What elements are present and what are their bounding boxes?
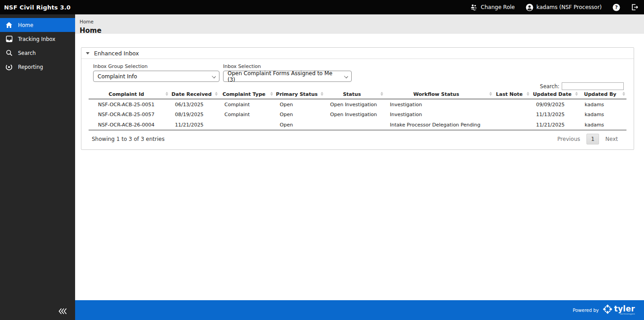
next-button[interactable]: Next <box>604 134 619 144</box>
cell-date-received: 08/19/2025 <box>170 109 219 120</box>
sort-icon <box>575 92 578 96</box>
previous-button[interactable]: Previous <box>556 134 581 144</box>
cell-status <box>325 120 385 130</box>
enhanced-inbox-panel: Enhanced Inbox Inbox Group Selection Com… <box>81 47 634 150</box>
change-role-label: Change Role <box>481 4 515 10</box>
cell-last-note <box>493 120 531 130</box>
sidebar: Home Tracking Inbox Search <box>0 14 75 320</box>
sort-icon <box>380 92 383 96</box>
col-complaint-type[interactable]: Complaint Type <box>219 91 274 99</box>
inbox-icon <box>0 36 18 42</box>
sort-icon <box>215 92 218 96</box>
col-last-note[interactable]: Last Note <box>493 91 531 99</box>
col-status[interactable]: Status <box>325 91 385 99</box>
caret-down-icon <box>86 52 89 54</box>
svg-text:?: ? <box>615 5 617 10</box>
breadcrumb-band: Home Home <box>75 14 644 34</box>
main-area: Home Home Enhanced Inbox Inbox Group Sel… <box>75 14 644 320</box>
cell-updated-by: kadams <box>579 120 626 130</box>
sort-icon <box>270 92 273 96</box>
sidebar-item-home[interactable]: Home <box>0 18 75 32</box>
cell-date-received: 11/21/2025 <box>170 120 219 130</box>
col-updated-by[interactable]: Updated By <box>579 91 626 99</box>
col-updated-date[interactable]: Updated Date <box>531 91 579 99</box>
cell-complaint-type: Complaint <box>219 99 274 109</box>
table-search-input[interactable] <box>562 82 624 90</box>
pagination: Previous 1 Next <box>556 134 626 144</box>
powered-by-label: Powered by <box>573 308 599 313</box>
cell-updated-date: 11/21/2025 <box>531 120 579 130</box>
cell-date-received: 06/13/2025 <box>170 99 219 109</box>
user-menu[interactable]: kadams (NSF Processor) <box>526 4 602 11</box>
cell-complaint-type <box>219 120 274 130</box>
col-workflow-status[interactable]: Workflow Status <box>385 91 493 99</box>
table-header-row: Complaint Id Date Received Complaint Typ… <box>89 91 626 99</box>
chevron-down-icon <box>212 74 216 78</box>
sidebar-collapse-button[interactable] <box>57 306 69 318</box>
cell-updated-date: 11/13/2025 <box>531 109 579 120</box>
home-icon <box>0 22 18 28</box>
panel-title: Enhanced Inbox <box>94 50 139 57</box>
tyler-brand-sub: technologies <box>620 313 635 315</box>
logout-icon <box>631 4 639 11</box>
search-label: Search: <box>540 83 559 90</box>
reporting-icon <box>0 63 18 71</box>
sidebar-item-label: Reporting <box>18 64 43 70</box>
entries-summary: Showing 1 to 3 of 3 entries <box>92 136 165 142</box>
cell-complaint-id: NSF-OCR-ACB-25-0051 <box>89 99 170 109</box>
cell-primary-status: Open <box>274 109 325 120</box>
cell-complaint-id: NSF-OCR-ACB-26-0004 <box>89 120 170 130</box>
sidebar-item-search[interactable]: Search <box>0 46 75 60</box>
cell-complaint-id: NSF-OCR-ACB-25-0057 <box>89 109 170 120</box>
inbox-group-select[interactable]: Complaint Info <box>93 71 219 82</box>
cell-updated-by: kadams <box>579 99 626 109</box>
cell-workflow-status: Intake Processor Delegation Pending <box>385 120 493 130</box>
sort-icon <box>321 92 323 96</box>
cell-workflow-status: Investigation <box>385 99 493 109</box>
sidebar-item-label: Search <box>18 50 36 56</box>
col-primary-status[interactable]: Primary Status <box>274 91 325 99</box>
tyler-brand-name: tyler <box>614 305 635 313</box>
cell-last-note <box>493 99 531 109</box>
chevron-down-icon <box>344 74 348 78</box>
sidebar-item-reporting[interactable]: Reporting <box>0 60 75 74</box>
inbox-group-value: Complaint Info <box>98 73 137 80</box>
sidebar-item-tracking-inbox[interactable]: Tracking Inbox <box>0 32 75 46</box>
collapse-chevrons-icon <box>58 308 67 316</box>
help-icon: ? <box>613 4 620 11</box>
col-complaint-id[interactable]: Complaint Id <box>89 91 170 99</box>
account-circle-icon <box>526 4 533 11</box>
table-row[interactable]: NSF-OCR-ACB-25-0057 08/19/2025 Complaint… <box>89 109 626 120</box>
sidebar-item-label: Home <box>18 22 33 28</box>
people-swap-icon <box>470 4 478 11</box>
cell-updated-by: kadams <box>579 109 626 120</box>
cell-last-note <box>493 109 531 120</box>
inbox-selection-select[interactable]: Open Complaint Forms Assigned to Me (3) <box>223 71 352 82</box>
logout-button[interactable] <box>631 4 639 11</box>
sort-icon <box>622 92 625 96</box>
col-date-received[interactable]: Date Received <box>170 91 219 99</box>
cell-updated-date: 09/09/2025 <box>531 99 579 109</box>
app-title: NSF Civil Rights 3.0 <box>0 4 71 11</box>
top-bar: NSF Civil Rights 3.0 Change Role <box>0 0 644 14</box>
table-row[interactable]: NSF-OCR-ACB-25-0051 06/13/2025 Complaint… <box>89 99 626 109</box>
inbox-table: Complaint Id Date Received Complaint Typ… <box>89 91 626 131</box>
cell-primary-status: Open <box>274 120 325 130</box>
cell-status: Open Investigation <box>325 109 385 120</box>
inbox-group-label: Inbox Group Selection <box>93 63 219 69</box>
sort-icon <box>527 92 529 96</box>
cell-complaint-type: Complaint <box>219 109 274 120</box>
search-icon <box>0 50 18 56</box>
table-row[interactable]: NSF-OCR-ACB-26-0004 11/21/2025 Open Inta… <box>89 120 626 130</box>
page-1-button[interactable]: 1 <box>586 134 599 144</box>
page-title: Home <box>80 27 644 35</box>
enhanced-inbox-header[interactable]: Enhanced Inbox <box>81 48 634 59</box>
breadcrumb[interactable]: Home <box>80 19 94 24</box>
change-role-button[interactable]: Change Role <box>470 4 515 11</box>
sidebar-item-label: Tracking Inbox <box>18 36 55 42</box>
help-button[interactable]: ? <box>613 4 620 11</box>
sort-icon <box>489 92 492 96</box>
footer-bar: Powered by tyler <box>75 300 644 320</box>
inbox-selection-label: Inbox Selection <box>223 63 352 69</box>
inbox-selection-value: Open Complaint Forms Assigned to Me (3) <box>228 70 340 83</box>
